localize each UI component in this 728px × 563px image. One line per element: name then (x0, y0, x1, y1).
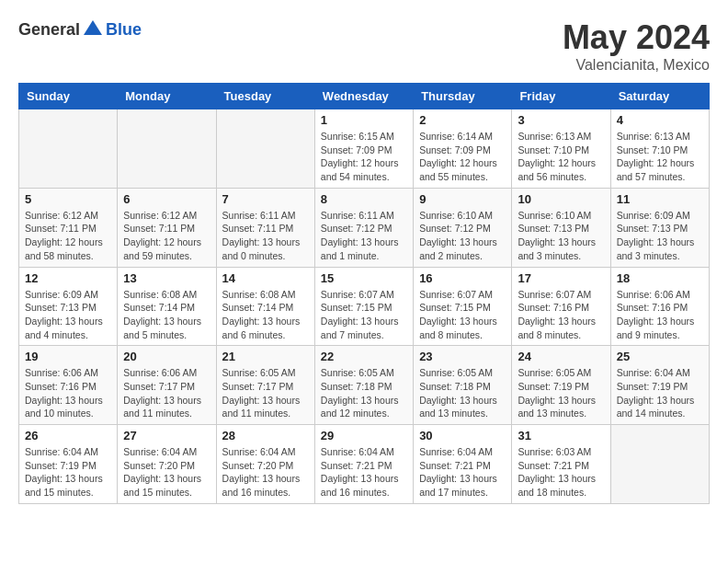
calendar-cell: 23Sunrise: 6:05 AMSunset: 7:18 PMDayligh… (414, 346, 512, 425)
day-number: 19 (25, 350, 111, 363)
day-number: 26 (25, 429, 111, 442)
calendar-cell: 30Sunrise: 6:04 AMSunset: 7:21 PMDayligh… (414, 425, 512, 504)
day-info: Sunrise: 6:12 AMSunset: 7:11 PMDaylight:… (25, 209, 111, 263)
day-info: Sunrise: 6:07 AMSunset: 7:15 PMDaylight:… (321, 288, 407, 342)
calendar-cell: 6Sunrise: 6:12 AMSunset: 7:11 PMDaylight… (118, 188, 216, 267)
day-info: Sunrise: 6:05 AMSunset: 7:19 PMDaylight:… (518, 366, 604, 420)
day-number: 12 (25, 271, 111, 285)
calendar-header-tuesday: Tuesday (216, 84, 314, 109)
calendar-cell: 29Sunrise: 6:04 AMSunset: 7:21 PMDayligh… (314, 425, 413, 504)
calendar-cell: 4Sunrise: 6:13 AMSunset: 7:10 PMDaylight… (610, 109, 709, 189)
page-header: General Blue May 2024 Valencianita, Mexi… (18, 18, 710, 74)
day-number: 28 (222, 429, 309, 442)
day-number: 9 (419, 192, 506, 206)
calendar-cell: 24Sunrise: 6:05 AMSunset: 7:19 PMDayligh… (512, 346, 610, 425)
calendar-cell: 28Sunrise: 6:04 AMSunset: 7:20 PMDayligh… (216, 425, 314, 504)
calendar-week-row: 26Sunrise: 6:04 AMSunset: 7:19 PMDayligh… (19, 425, 710, 504)
calendar-cell (118, 109, 216, 189)
day-number: 14 (222, 271, 309, 285)
calendar-header-sunday: Sunday (19, 84, 118, 109)
calendar-week-row: 19Sunrise: 6:06 AMSunset: 7:16 PMDayligh… (19, 346, 710, 425)
day-number: 1 (321, 113, 407, 127)
day-info: Sunrise: 6:04 AMSunset: 7:19 PMDaylight:… (25, 445, 111, 500)
calendar-cell: 18Sunrise: 6:06 AMSunset: 7:16 PMDayligh… (610, 267, 709, 346)
day-number: 21 (222, 350, 309, 363)
calendar-cell: 31Sunrise: 6:03 AMSunset: 7:21 PMDayligh… (512, 425, 610, 504)
day-info: Sunrise: 6:11 AMSunset: 7:11 PMDaylight:… (222, 209, 309, 263)
calendar-cell: 1Sunrise: 6:15 AMSunset: 7:09 PMDaylight… (314, 109, 413, 189)
day-number: 3 (518, 113, 604, 127)
day-info: Sunrise: 6:08 AMSunset: 7:14 PMDaylight:… (222, 288, 309, 342)
location-title: Valencianita, Mexico (563, 57, 710, 74)
calendar-cell: 10Sunrise: 6:10 AMSunset: 7:13 PMDayligh… (512, 188, 610, 267)
day-info: Sunrise: 6:06 AMSunset: 7:17 PMDaylight:… (123, 366, 210, 420)
day-info: Sunrise: 6:14 AMSunset: 7:09 PMDaylight:… (419, 130, 506, 184)
day-info: Sunrise: 6:05 AMSunset: 7:18 PMDaylight:… (419, 366, 506, 420)
day-number: 15 (321, 271, 407, 285)
day-info: Sunrise: 6:06 AMSunset: 7:16 PMDaylight:… (25, 366, 111, 420)
day-number: 11 (617, 192, 703, 206)
calendar-week-row: 5Sunrise: 6:12 AMSunset: 7:11 PMDaylight… (19, 188, 710, 267)
svg-marker-0 (84, 20, 102, 35)
calendar-cell: 12Sunrise: 6:09 AMSunset: 7:13 PMDayligh… (19, 267, 118, 346)
calendar-table: SundayMondayTuesdayWednesdayThursdayFrid… (18, 83, 710, 504)
day-info: Sunrise: 6:04 AMSunset: 7:20 PMDaylight:… (123, 445, 210, 500)
calendar-week-row: 1Sunrise: 6:15 AMSunset: 7:09 PMDaylight… (19, 109, 710, 189)
day-info: Sunrise: 6:09 AMSunset: 7:13 PMDaylight:… (25, 288, 111, 342)
calendar-cell: 13Sunrise: 6:08 AMSunset: 7:14 PMDayligh… (118, 267, 216, 346)
calendar-cell: 2Sunrise: 6:14 AMSunset: 7:09 PMDaylight… (414, 109, 512, 189)
day-info: Sunrise: 6:03 AMSunset: 7:21 PMDaylight:… (518, 445, 604, 500)
day-info: Sunrise: 6:05 AMSunset: 7:17 PMDaylight:… (222, 366, 309, 420)
day-number: 31 (518, 429, 604, 442)
day-info: Sunrise: 6:05 AMSunset: 7:18 PMDaylight:… (321, 366, 407, 420)
logo-general: General (18, 20, 80, 40)
calendar-cell: 15Sunrise: 6:07 AMSunset: 7:15 PMDayligh… (314, 267, 413, 346)
calendar-cell: 27Sunrise: 6:04 AMSunset: 7:20 PMDayligh… (118, 425, 216, 504)
day-info: Sunrise: 6:15 AMSunset: 7:09 PMDaylight:… (321, 130, 407, 184)
calendar-header-monday: Monday (118, 84, 216, 109)
day-number: 29 (321, 429, 407, 442)
day-number: 5 (25, 192, 111, 206)
calendar-header-row: SundayMondayTuesdayWednesdayThursdayFrid… (19, 84, 710, 109)
calendar-header-thursday: Thursday (414, 84, 512, 109)
calendar-cell: 26Sunrise: 6:04 AMSunset: 7:19 PMDayligh… (19, 425, 118, 504)
day-info: Sunrise: 6:08 AMSunset: 7:14 PMDaylight:… (123, 288, 210, 342)
month-title: May 2024 (563, 18, 710, 57)
title-block: May 2024 Valencianita, Mexico (563, 18, 710, 74)
calendar-cell: 16Sunrise: 6:07 AMSunset: 7:15 PMDayligh… (414, 267, 512, 346)
day-number: 4 (617, 113, 703, 127)
day-number: 30 (419, 429, 506, 442)
calendar-cell: 20Sunrise: 6:06 AMSunset: 7:17 PMDayligh… (118, 346, 216, 425)
day-number: 27 (123, 429, 210, 442)
calendar-cell (19, 109, 118, 189)
day-info: Sunrise: 6:04 AMSunset: 7:19 PMDaylight:… (617, 366, 703, 420)
calendar-cell: 9Sunrise: 6:10 AMSunset: 7:12 PMDaylight… (414, 188, 512, 267)
calendar-cell: 3Sunrise: 6:13 AMSunset: 7:10 PMDaylight… (512, 109, 610, 189)
day-number: 17 (518, 271, 604, 285)
calendar-header-saturday: Saturday (610, 84, 709, 109)
day-number: 22 (321, 350, 407, 363)
calendar-cell: 11Sunrise: 6:09 AMSunset: 7:13 PMDayligh… (610, 188, 709, 267)
day-number: 24 (518, 350, 604, 363)
day-info: Sunrise: 6:13 AMSunset: 7:10 PMDaylight:… (617, 130, 703, 184)
calendar-header-friday: Friday (512, 84, 610, 109)
day-info: Sunrise: 6:10 AMSunset: 7:12 PMDaylight:… (419, 209, 506, 263)
calendar-cell: 7Sunrise: 6:11 AMSunset: 7:11 PMDaylight… (216, 188, 314, 267)
day-info: Sunrise: 6:11 AMSunset: 7:12 PMDaylight:… (321, 209, 407, 263)
calendar-week-row: 12Sunrise: 6:09 AMSunset: 7:13 PMDayligh… (19, 267, 710, 346)
calendar-cell: 19Sunrise: 6:06 AMSunset: 7:16 PMDayligh… (19, 346, 118, 425)
logo: General Blue (18, 18, 142, 40)
day-info: Sunrise: 6:12 AMSunset: 7:11 PMDaylight:… (123, 209, 210, 263)
day-number: 2 (419, 113, 506, 127)
logo-blue: Blue (106, 20, 142, 40)
day-info: Sunrise: 6:04 AMSunset: 7:21 PMDaylight:… (419, 445, 506, 500)
calendar-cell: 25Sunrise: 6:04 AMSunset: 7:19 PMDayligh… (610, 346, 709, 425)
day-info: Sunrise: 6:04 AMSunset: 7:20 PMDaylight:… (222, 445, 309, 500)
day-number: 25 (617, 350, 703, 363)
calendar-cell: 14Sunrise: 6:08 AMSunset: 7:14 PMDayligh… (216, 267, 314, 346)
calendar-cell: 22Sunrise: 6:05 AMSunset: 7:18 PMDayligh… (314, 346, 413, 425)
day-number: 23 (419, 350, 506, 363)
day-info: Sunrise: 6:06 AMSunset: 7:16 PMDaylight:… (617, 288, 703, 342)
day-number: 13 (123, 271, 210, 285)
logo-icon (82, 18, 104, 40)
